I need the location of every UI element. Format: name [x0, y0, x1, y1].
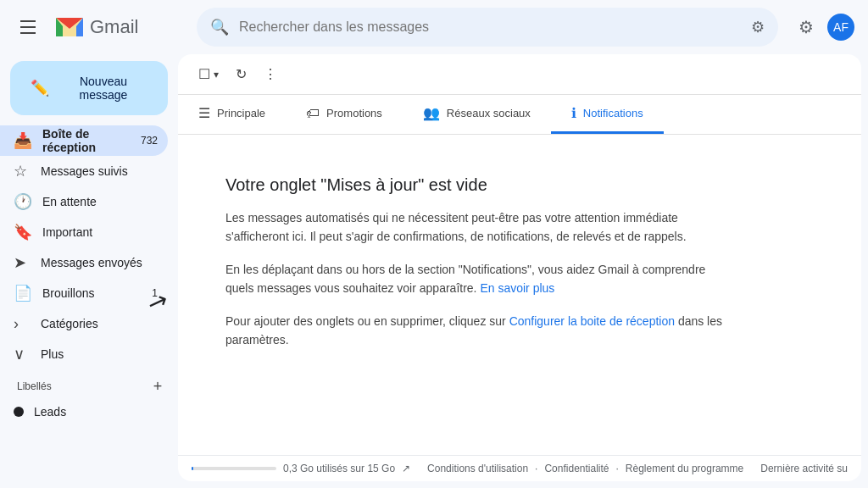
- principale-tab-label: Principale: [217, 107, 265, 119]
- terms-link[interactable]: Conditions d'utilisation: [427, 463, 528, 474]
- footer: 0,3 Go utilisés sur 15 Go ↗ Conditions d…: [178, 455, 861, 481]
- inbox-icon: 📥: [14, 131, 32, 150]
- storage-text: 0,3 Go utilisés sur 15 Go: [283, 463, 395, 474]
- promotions-tab-label: Promotions: [326, 107, 382, 119]
- gmail-wordmark: Gmail: [90, 16, 138, 38]
- labels-section-title: Libellés: [17, 380, 52, 392]
- sent-label: Messages envoyés: [41, 256, 158, 269]
- labels-section-header: Libellés +: [0, 369, 178, 398]
- tab-notifications[interactable]: ℹ Notifications: [551, 95, 664, 134]
- gmail-logo: Gmail: [53, 14, 138, 40]
- sidebar-item-drafts[interactable]: 📄 Brouillons 1: [0, 278, 168, 308]
- privacy-link[interactable]: Confidentialité: [544, 463, 609, 474]
- empty-para3-prefix: Pour ajouter des onglets ou en supprimer…: [225, 314, 506, 328]
- sidebar-item-snoozed[interactable]: 🕐 En attente: [0, 186, 168, 217]
- empty-body-para2: En les déplaçant dans ou hors de la sect…: [225, 260, 724, 298]
- empty-title: Votre onglet "Mises à jour" est vide: [225, 175, 724, 195]
- more-label: Plus: [41, 347, 158, 361]
- important-icon: 🔖: [14, 223, 32, 241]
- promotions-tab-icon: 🏷: [306, 106, 320, 121]
- tab-principale[interactable]: ☰ Principale: [178, 95, 286, 134]
- program-link[interactable]: Règlement du programme: [626, 463, 743, 474]
- search-icon: 🔍: [210, 18, 229, 36]
- search-bar[interactable]: 🔍 ⚙: [197, 8, 778, 47]
- drafts-badge: 1: [152, 287, 158, 299]
- select-all-button[interactable]: ☐ ▾: [192, 61, 225, 87]
- separator2: ·: [616, 463, 619, 474]
- starred-label: Messages suivis: [41, 164, 158, 178]
- sidebar-item-inbox[interactable]: 📥 Boîte de réception 732: [0, 125, 168, 156]
- categories-label: Catégories: [41, 317, 158, 330]
- label-leads-text: Leads: [34, 405, 66, 419]
- empty-para2-text: En les déplaçant dans ou hors de la sect…: [225, 263, 705, 295]
- activity-text: Dernière activité su: [760, 463, 848, 474]
- label-dot: [14, 407, 24, 417]
- drafts-icon: 📄: [14, 284, 32, 302]
- menu-hamburger-button[interactable]: [14, 14, 42, 41]
- sidebar-item-starred[interactable]: ☆ Messages suivis: [0, 156, 168, 186]
- avatar[interactable]: AF: [827, 14, 854, 41]
- more-icon: ∨: [14, 345, 31, 363]
- compose-label: Nouveau message: [59, 75, 147, 102]
- notifications-tab-label: Notifications: [583, 107, 643, 119]
- snoozed-label: En attente: [42, 195, 158, 208]
- more-options-button[interactable]: ⋮: [257, 61, 284, 87]
- storage-progress-fill: [192, 467, 193, 470]
- learn-more-link[interactable]: En savoir plus: [480, 281, 554, 295]
- notifications-tab-icon: ℹ: [571, 105, 576, 121]
- separator1: ·: [535, 463, 537, 474]
- checkbox-icon: ☐: [198, 66, 210, 82]
- search-input[interactable]: [239, 19, 751, 35]
- refresh-button[interactable]: ↻: [229, 61, 253, 87]
- tab-promotions[interactable]: 🏷 Promotions: [286, 95, 403, 134]
- snoozed-icon: 🕐: [14, 192, 32, 211]
- refresh-icon: ↻: [236, 66, 247, 82]
- main-content: ☐ ▾ ↻ ⋮ ☰ Principale 🏷 Promotions: [178, 54, 861, 481]
- topbar-right: ⚙ AF: [792, 10, 854, 44]
- sidebar-item-more[interactable]: ∨ Plus: [0, 339, 168, 369]
- inbox-badge: 732: [141, 135, 158, 147]
- dropdown-arrow-icon: ▾: [214, 69, 219, 80]
- external-link-icon[interactable]: ↗: [402, 463, 410, 474]
- drafts-label: Brouillons: [42, 286, 142, 300]
- configure-inbox-link[interactable]: Configurer la boite de réception: [509, 314, 675, 328]
- settings-icon[interactable]: ⚙: [792, 10, 821, 44]
- more-options-icon: ⋮: [264, 66, 277, 82]
- principale-tab-icon: ☰: [198, 105, 210, 121]
- empty-body-para1: Les messages automatisés qui ne nécessit…: [225, 208, 724, 247]
- sidebar-item-important[interactable]: 🔖 Important: [0, 217, 168, 247]
- tabs-bar: ☰ Principale 🏷 Promotions 👥 Réseaux soci…: [178, 95, 861, 135]
- sidebar-item-sent[interactable]: ➤ Messages envoyés: [0, 247, 168, 278]
- sent-icon: ➤: [14, 253, 31, 272]
- empty-state: Votre onglet "Mises à jour" est vide Les…: [178, 135, 771, 455]
- toolbar: ☐ ▾ ↻ ⋮: [178, 54, 861, 95]
- footer-links: Conditions d'utilisation · Confidentiali…: [427, 463, 743, 474]
- reseaux-tab-icon: 👥: [423, 105, 440, 121]
- sidebar: ✏️ Nouveau message 📥 Boîte de réception …: [0, 54, 178, 488]
- empty-body-para3: Pour ajouter des onglets ou en supprimer…: [225, 312, 724, 350]
- sidebar-item-categories[interactable]: › Catégories: [0, 308, 168, 339]
- starred-icon: ☆: [14, 162, 31, 180]
- inbox-label: Boîte de réception: [42, 127, 131, 154]
- important-label: Important: [42, 225, 158, 239]
- tab-reseaux[interactable]: 👥 Réseaux sociaux: [403, 95, 551, 134]
- categories-icon: ›: [14, 315, 31, 333]
- label-leads[interactable]: Leads: [0, 398, 168, 425]
- reseaux-tab-label: Réseaux sociaux: [447, 107, 531, 119]
- compose-icon: ✏️: [31, 79, 49, 97]
- search-options-icon[interactable]: ⚙: [751, 18, 765, 36]
- add-label-button[interactable]: +: [147, 376, 168, 396]
- compose-button[interactable]: ✏️ Nouveau message: [10, 61, 168, 115]
- storage-info: 0,3 Go utilisés sur 15 Go ↗: [192, 463, 410, 474]
- storage-progress-bar: [192, 467, 276, 470]
